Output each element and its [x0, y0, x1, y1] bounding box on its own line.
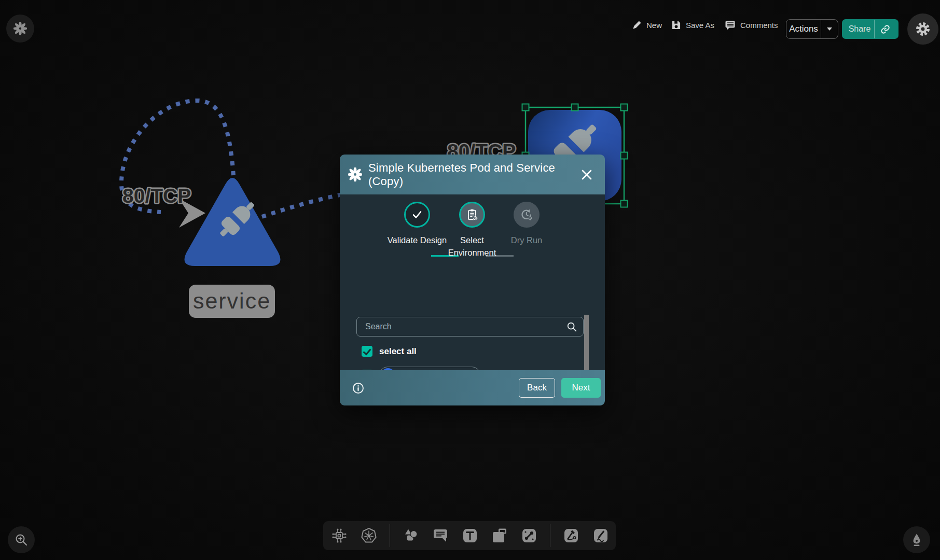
tools-dock: [323, 521, 616, 550]
zoom-in-icon: [14, 533, 29, 547]
dry-run-icon: [520, 208, 533, 221]
shapes-tool-icon[interactable]: [402, 527, 420, 544]
modal-title: Simple Kubernetes Pod and Service (Copy): [368, 161, 581, 188]
settings-button[interactable]: [907, 13, 938, 45]
pencil-icon: [632, 20, 642, 30]
search-field[interactable]: [356, 317, 584, 337]
search-icon[interactable]: [566, 321, 577, 332]
next-button[interactable]: Next: [561, 378, 601, 398]
step-dry-run[interactable]: Dry Run: [493, 202, 560, 246]
edge-link-tool-icon[interactable]: [520, 527, 538, 544]
new-button[interactable]: New: [632, 0, 662, 50]
pen-tool-icon[interactable]: [562, 527, 580, 544]
info-button[interactable]: [352, 382, 364, 396]
modal-footer: Back Next: [340, 370, 605, 405]
actions-button[interactable]: Actions: [786, 19, 838, 39]
close-icon[interactable]: [581, 169, 592, 180]
save-as-button[interactable]: Save As: [671, 0, 714, 50]
pen-nib-icon: [909, 533, 924, 547]
kanvas-app: service 80/TCP 80/TCP New: [0, 0, 940, 560]
meshery-logo-icon: [348, 167, 362, 181]
kubernetes-tool-icon[interactable]: [360, 527, 378, 544]
save-icon: [671, 20, 681, 30]
back-button[interactable]: Back: [519, 378, 555, 398]
modal-header: Simple Kubernetes Pod and Service (Copy): [340, 155, 605, 194]
comments-button[interactable]: Comments: [725, 0, 778, 50]
dock-divider: [550, 524, 550, 547]
comment-tool-icon[interactable]: [432, 527, 449, 544]
select-all-checkbox[interactable]: [362, 346, 372, 357]
copy-link-button[interactable]: [874, 20, 895, 38]
info-icon: [352, 382, 364, 394]
modal-body: Validate Design Select Enviro: [340, 194, 605, 370]
component-tool-icon[interactable]: [330, 527, 348, 544]
dock-divider: [390, 524, 390, 547]
link-icon: [880, 24, 890, 34]
deploy-modal: Simple Kubernetes Pod and Service (Copy)…: [340, 155, 605, 405]
image-tool-icon[interactable]: [491, 527, 508, 544]
gear-icon: [915, 21, 931, 37]
text-tool-icon[interactable]: [461, 527, 479, 544]
top-toolbar: New Save As Comments Actions: [0, 0, 940, 50]
pen-mode-button[interactable]: [903, 526, 930, 553]
check-icon: [411, 208, 423, 221]
share-button[interactable]: Share: [842, 19, 898, 39]
comment-icon: [725, 20, 736, 31]
edge-port-label-left: 80/TCP: [122, 185, 191, 207]
service-node-label: service: [193, 288, 271, 313]
zoom-in-button[interactable]: [8, 526, 35, 553]
actions-dropdown-toggle[interactable]: [821, 20, 838, 38]
search-input[interactable]: [364, 321, 566, 332]
select-all-label: select all: [379, 346, 417, 357]
chevron-down-icon: [826, 27, 833, 31]
clipboard-gear-icon: [466, 208, 479, 221]
pencil-tool-icon[interactable]: [592, 527, 610, 544]
select-all-row: select all: [362, 346, 417, 357]
